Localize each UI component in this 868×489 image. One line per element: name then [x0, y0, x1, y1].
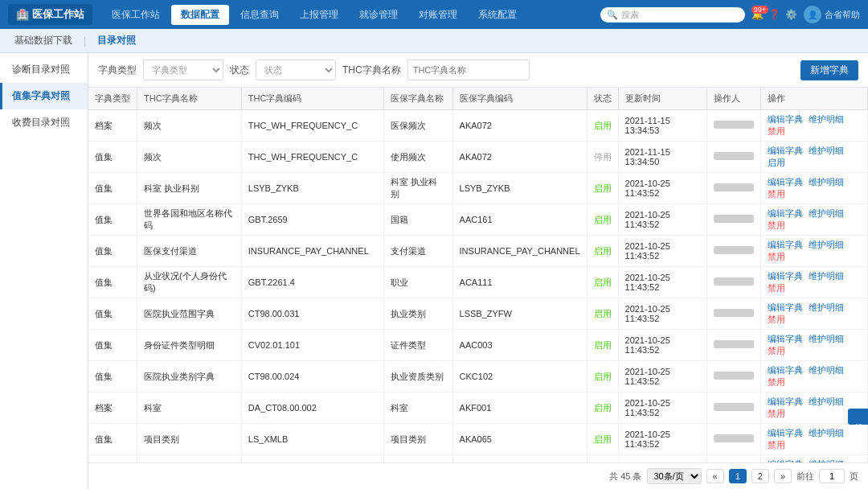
cell-thc-code: GBT.2659: [241, 204, 383, 236]
top-navigation: 🏥 医保工作站 医保工作站 数据配置 信息查询 上报管理 就诊管理 对账管理 系…: [0, 0, 868, 29]
maintain-action-link[interactable]: 维护明细: [809, 428, 844, 438]
status-select[interactable]: 状态: [256, 60, 336, 80]
edit-action-link[interactable]: 编辑字典: [768, 240, 803, 249]
toggle-action-link[interactable]: 禁用: [768, 220, 785, 230]
edit-action-link[interactable]: 编辑字典: [768, 208, 803, 218]
cell-thc-code: THC_WH_FREQUENCY_C: [241, 142, 383, 173]
toggle-action-link[interactable]: 禁用: [768, 377, 785, 387]
add-dict-button[interactable]: 新增字典: [800, 60, 858, 80]
table-header-row: 字典类型 THC字典名称 THC字典编码 医保字典名称 医保字典编码 状态 更新…: [88, 88, 868, 110]
content-area: 字典类型 字典类型 状态 状态 THC字典名称 新增字典 字典类型 THC字典名…: [88, 53, 868, 489]
type-select[interactable]: 字典类型: [143, 60, 223, 80]
cell-type: 值集: [88, 455, 137, 463]
cell-thc-name: 手术切口类别代码: [137, 455, 242, 463]
nav-item-sys-config[interactable]: 系统配置: [469, 5, 526, 25]
global-search[interactable]: 🔍 搜索: [600, 7, 745, 23]
col-header-status: 状态: [587, 88, 618, 110]
cell-actions: 编辑字典 维护明细 禁用: [760, 236, 867, 267]
toggle-action-link[interactable]: 禁用: [768, 440, 785, 450]
cell-thc-code: CT98.00.031: [241, 298, 383, 330]
maintain-action-link[interactable]: 维护明细: [809, 302, 844, 312]
cell-ins-name: 支付渠道: [383, 236, 452, 267]
next-page-btn[interactable]: »: [774, 469, 792, 483]
edit-action-link[interactable]: 编辑字典: [768, 334, 803, 343]
sidebar-item-valueset[interactable]: 值集字典对照: [0, 83, 88, 109]
maintain-action-link[interactable]: 维护明细: [809, 177, 844, 187]
float-help-button[interactable]: 合省帮助: [848, 409, 868, 425]
edit-action-link[interactable]: 编辑字典: [768, 365, 803, 375]
nav-item-visit-mgmt[interactable]: 就诊管理: [350, 5, 407, 25]
maintain-action-link[interactable]: 维护明细: [809, 365, 844, 375]
cell-operator: [706, 455, 760, 463]
nav-item-data-config[interactable]: 数据配置: [171, 5, 229, 25]
help-icon[interactable]: ❓: [768, 9, 780, 20]
cell-update-time: 2021-11-15 13:34:53: [618, 110, 706, 142]
maintain-action-link[interactable]: 维护明细: [809, 240, 844, 249]
cell-thc-code: CT98.00.024: [241, 361, 383, 392]
page-2-btn[interactable]: 2: [751, 469, 769, 483]
sidebar-item-charges[interactable]: 收费目录对照: [0, 109, 88, 136]
cell-ins-name: 执业资质类别: [383, 361, 452, 392]
settings-icon[interactable]: ⚙️: [785, 9, 797, 20]
toggle-action-link[interactable]: 禁用: [768, 252, 785, 261]
cell-ins-name: 执业类别: [383, 298, 452, 330]
col-header-thc-name: THC字典名称: [137, 88, 242, 110]
nav-item-workstation[interactable]: 医保工作站: [102, 5, 170, 25]
cell-status: 启用: [587, 455, 618, 463]
sec-nav-catalog-map[interactable]: 目录对照: [92, 32, 141, 49]
cell-update-time: 2021-10-25 11:43:52: [618, 424, 706, 455]
cell-ins-code: CKC102: [452, 361, 587, 392]
cell-update-time: 2021-10-25 11:43:52: [618, 298, 706, 330]
cell-actions: 编辑字典 维护明细 禁用: [760, 361, 867, 392]
toggle-action-link[interactable]: 禁用: [768, 126, 785, 136]
cell-ins-code: AKA072: [452, 110, 587, 142]
col-header-action: 操作: [760, 88, 867, 110]
maintain-action-link[interactable]: 维护明细: [809, 334, 844, 343]
edit-action-link[interactable]: 编辑字典: [768, 428, 803, 438]
edit-action-link[interactable]: 编辑字典: [768, 114, 803, 124]
toggle-action-link[interactable]: 禁用: [768, 283, 785, 293]
edit-action-link[interactable]: 编辑字典: [768, 271, 803, 281]
nav-item-report-mgmt[interactable]: 上报管理: [290, 5, 348, 25]
notification-icon[interactable]: 🔔 99+: [751, 9, 764, 20]
page-1-btn[interactable]: 1: [729, 469, 747, 483]
toggle-action-link[interactable]: 禁用: [768, 189, 785, 199]
nav-item-account-mgmt[interactable]: 对账管理: [409, 5, 467, 25]
maintain-action-link[interactable]: 维护明细: [809, 271, 844, 281]
sidebar-item-diagnosis[interactable]: 诊断目录对照: [0, 56, 88, 83]
nav-item-info-query[interactable]: 信息查询: [231, 5, 289, 25]
cell-status: 启用: [587, 267, 618, 298]
edit-action-link[interactable]: 编辑字典: [768, 397, 803, 406]
maintain-action-link[interactable]: 维护明细: [809, 146, 844, 155]
col-header-type: 字典类型: [88, 88, 137, 110]
cell-thc-name: 医院执业类别字典: [137, 361, 242, 392]
toggle-action-link[interactable]: 启用: [768, 158, 785, 167]
dict-table: 字典类型 THC字典名称 THC字典编码 医保字典名称 医保字典编码 状态 更新…: [88, 88, 868, 462]
toggle-action-link[interactable]: 禁用: [768, 346, 785, 355]
maintain-action-link[interactable]: 维护明细: [809, 208, 844, 218]
cell-thc-name: 科室 执业科别: [137, 173, 242, 204]
maintain-action-link[interactable]: 维护明细: [809, 114, 844, 124]
maintain-action-link[interactable]: 维护明细: [809, 397, 844, 406]
cell-ins-name: 科室 执业科别: [383, 173, 452, 204]
cell-thc-code: LS_XMLB: [241, 424, 383, 455]
cell-thc-code: THC_WH_FREQUENCY_C: [241, 110, 383, 142]
edit-action-link[interactable]: 编辑字典: [768, 177, 803, 187]
table-wrapper: 字典类型 THC字典名称 THC字典编码 医保字典名称 医保字典编码 状态 更新…: [88, 88, 868, 462]
toggle-action-link[interactable]: 禁用: [768, 314, 785, 324]
sec-nav-basic-download[interactable]: 基础数据下载: [10, 32, 77, 49]
cell-thc-name: 科室: [137, 392, 242, 424]
per-page-select[interactable]: 30条/页: [647, 468, 702, 484]
edit-action-link[interactable]: 编辑字典: [768, 146, 803, 155]
logo-icon: 🏥: [16, 9, 29, 21]
secondary-navigation: 基础数据下载 | 目录对照: [0, 29, 868, 53]
cell-ins-code: AKA065: [452, 424, 587, 455]
thc-label: THC字典名称: [342, 64, 401, 77]
page-jump-input[interactable]: [819, 469, 845, 483]
thc-input[interactable]: [407, 60, 530, 80]
prev-page-btn[interactable]: «: [706, 469, 724, 483]
logo-text: 医保工作站: [32, 7, 84, 22]
toggle-action-link[interactable]: 禁用: [768, 409, 785, 418]
user-menu[interactable]: 👤 合省帮助: [804, 6, 860, 23]
edit-action-link[interactable]: 编辑字典: [768, 302, 803, 312]
